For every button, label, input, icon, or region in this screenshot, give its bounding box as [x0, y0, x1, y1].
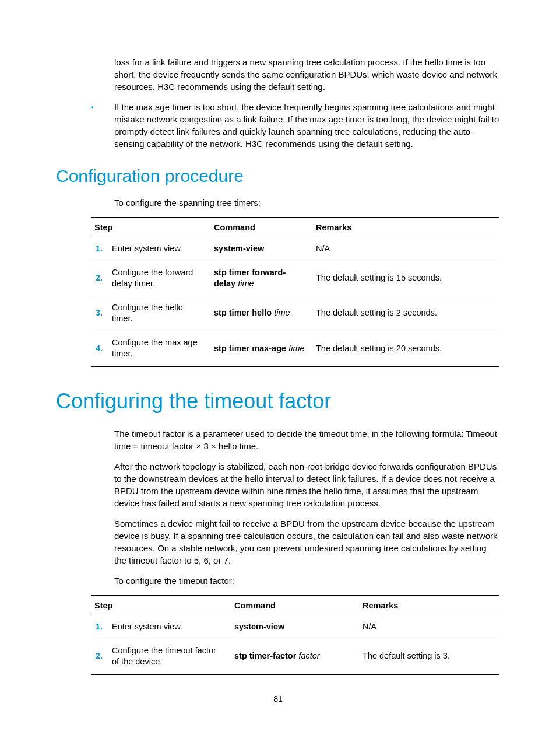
th-step: Step: [91, 596, 231, 615]
step-desc: Enter system view.: [108, 237, 210, 261]
table-row: 3. Configure the hello timer. stp timer …: [91, 296, 499, 331]
table-row: 2. Configure the timeout factor of the d…: [91, 639, 499, 674]
step-desc: Configure the forward delay timer.: [108, 261, 210, 296]
step-command: stp timer max-age time: [210, 331, 312, 366]
step-command: system-view: [231, 615, 359, 639]
step-number: 1.: [91, 615, 108, 639]
th-command: Command: [231, 596, 359, 615]
table-row: 2. Configure the forward delay timer. st…: [91, 261, 499, 296]
step-desc: Enter system view.: [108, 615, 231, 639]
heading-config-procedure: Configuration procedure: [56, 166, 500, 186]
paragraph-continuation: loss for a link failure and triggers a n…: [114, 56, 500, 93]
table-timers: Step Command Remarks 1. Enter system vie…: [91, 217, 499, 367]
step-number: 2.: [91, 261, 108, 296]
step-number: 4.: [91, 331, 108, 366]
step-command: system-view: [210, 237, 312, 261]
table-row: 1. Enter system view. system-view N/A: [91, 615, 499, 639]
step-remarks: The default setting is 2 seconds.: [312, 296, 499, 331]
paragraph-topology: After the network topology is stabilized…: [114, 460, 500, 509]
step-command: stp timer-factor factor: [231, 639, 359, 674]
intro-timeout: To configure the timeout factor:: [114, 575, 500, 587]
page-number: 81: [0, 694, 556, 704]
step-remarks: The default setting is 15 seconds.: [312, 261, 499, 296]
step-command: stp timer forward-delay time: [210, 261, 312, 296]
step-remarks: N/A: [312, 237, 499, 261]
th-remarks: Remarks: [359, 596, 499, 615]
th-step: Step: [91, 218, 210, 237]
step-remarks: The default setting is 20 seconds.: [312, 331, 499, 366]
step-desc: Configure the timeout factor of the devi…: [108, 639, 231, 674]
step-number: 1.: [91, 237, 108, 261]
paragraph-formula: The timeout factor is a parameter used t…: [114, 428, 500, 452]
step-remarks: N/A: [359, 615, 499, 639]
th-remarks: Remarks: [312, 218, 499, 237]
table-row: 4. Configure the max age timer. stp time…: [91, 331, 499, 366]
step-number: 2.: [91, 639, 108, 674]
step-desc: Configure the hello timer.: [108, 296, 210, 331]
table-timeout: Step Command Remarks 1. Enter system vie…: [91, 595, 499, 675]
bullet-max-age: If the max age timer is too short, the d…: [91, 101, 500, 150]
step-command: stp timer hello time: [210, 296, 312, 331]
intro-timers: To configure the spanning tree timers:: [114, 197, 500, 209]
th-command: Command: [210, 218, 312, 237]
step-number: 3.: [91, 296, 108, 331]
heading-timeout-factor: Configuring the timeout factor: [56, 389, 500, 414]
step-desc: Configure the max age timer.: [108, 331, 210, 366]
step-remarks: The default setting is 3.: [359, 639, 499, 674]
paragraph-busy: Sometimes a device might fail to receive…: [114, 517, 500, 566]
table-row: 1. Enter system view. system-view N/A: [91, 237, 499, 261]
